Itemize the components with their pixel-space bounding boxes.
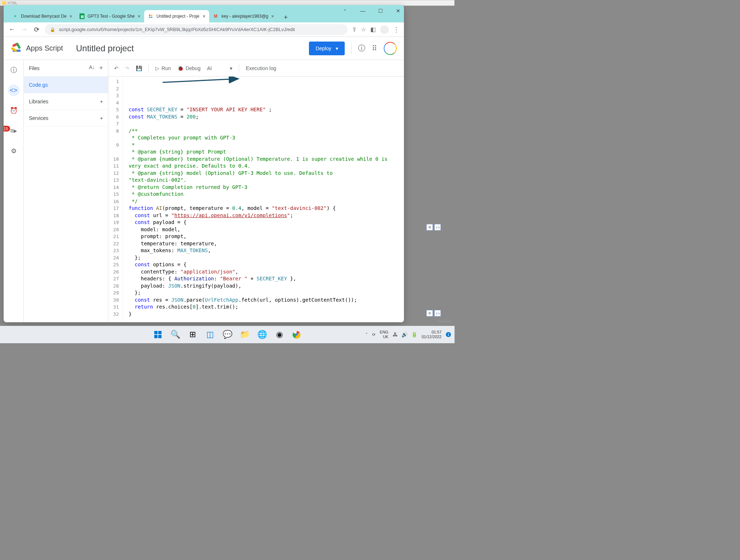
windows-taskbar: 🔍 ⊞ ◫ 💬 📁 🌐 ◉ ˄ ⟳ ENG UK 🖧 🔊 🔋 01:57 01/… <box>0 326 455 343</box>
tab-close-icon[interactable]: × <box>69 13 72 19</box>
tab-overflow-icon[interactable]: ˅ <box>344 9 346 14</box>
code-content[interactable]: const SECRET_KEY = "INSERT YOUR API KEY … <box>123 77 391 322</box>
onedrive-icon[interactable]: ⟳ <box>372 332 375 337</box>
network-icon[interactable]: 🖧 <box>393 332 398 337</box>
tab-title: Untitled project - Proje <box>156 14 200 19</box>
info-icon[interactable]: ⓘ <box>8 64 20 76</box>
bg-preview-label: Preview <box>438 319 452 323</box>
annotation-arrow <box>163 77 246 86</box>
widgets-icon[interactable]: ◫ <box>203 327 217 342</box>
profile-icon[interactable] <box>380 25 389 34</box>
url-text: script.google.com/u/0/home/projects/1m_E… <box>59 27 295 32</box>
side-panel-icon[interactable]: ◧ <box>370 26 376 33</box>
separator <box>149 64 149 73</box>
grid-view-icon[interactable]: ▭ <box>434 310 441 316</box>
chrome-window: ˅ ― ☐ ✕ ✦ Download Berrycast De × ▦ GPT3… <box>4 5 404 322</box>
tab-berrycast[interactable]: ✦ Download Berrycast De × <box>9 10 76 22</box>
url-input[interactable]: 🔒 script.google.com/u/0/home/projects/1m… <box>45 24 348 35</box>
separator <box>239 64 239 73</box>
undo-button[interactable]: ↶ <box>114 65 119 71</box>
add-library-icon[interactable]: + <box>100 99 103 104</box>
files-label: Files <box>29 65 40 71</box>
bookmark-icon[interactable]: ☆ <box>361 26 366 33</box>
project-title[interactable]: Untitled project <box>76 43 134 53</box>
tab-close-icon[interactable]: × <box>138 13 141 19</box>
execution-log-button[interactable]: Execution log <box>246 65 276 71</box>
add-file-icon[interactable]: + <box>99 64 103 72</box>
battery-icon[interactable]: 🔋 <box>411 332 417 337</box>
folder-icon <box>2 1 6 5</box>
start-button[interactable] <box>151 327 165 342</box>
svg-rect-10 <box>154 331 158 334</box>
search-icon[interactable]: 🔍 <box>168 327 182 342</box>
tab-title: Download Berrycast De <box>21 14 66 19</box>
tab-close-icon[interactable]: × <box>203 13 206 19</box>
close-button[interactable]: ✕ <box>396 8 400 14</box>
avatar[interactable] <box>384 42 397 55</box>
apps-script-logo[interactable]: Apps Script <box>11 43 63 54</box>
bg-view-buttons: ≡ ▭ <box>426 224 441 231</box>
deploy-button[interactable]: Deploy ▾ <box>309 42 345 55</box>
files-header: Files A↓ + <box>24 60 108 77</box>
svg-rect-12 <box>154 335 158 338</box>
redo-button[interactable]: ↷ <box>125 65 129 71</box>
explorer-icon[interactable]: 📁 <box>237 327 252 342</box>
back-button[interactable]: ← <box>8 26 16 33</box>
tab-close-icon[interactable]: × <box>271 13 274 19</box>
minimize-button[interactable]: ― <box>360 8 365 14</box>
chat-icon[interactable]: 💬 <box>220 327 235 342</box>
clock[interactable]: 01:57 01/12/2022 <box>422 330 442 339</box>
function-name: AI <box>207 65 212 71</box>
editor-icon[interactable]: <> <box>8 85 20 96</box>
sheets-icon: ▦ <box>79 13 85 19</box>
apps-script-header: Apps Script Untitled project Deploy ▾ ⓘ … <box>4 37 404 60</box>
system-tray: ˄ ⟳ ENG UK 🖧 🔊 🔋 01:57 01/12/2022 1 <box>366 330 451 339</box>
tab-gmail[interactable]: M key - alexplayer1983@g × <box>209 10 278 22</box>
berrycast-icon: ✦ <box>12 13 18 19</box>
chrome-taskbar-icon[interactable] <box>289 327 304 342</box>
function-select[interactable]: AI ▾ <box>207 65 232 71</box>
notification-badge: 315 <box>4 126 10 132</box>
selection-highlight <box>165 78 239 85</box>
save-button[interactable]: 💾 <box>136 65 142 71</box>
volume-icon[interactable]: 🔊 <box>401 332 408 337</box>
svg-rect-11 <box>158 331 162 334</box>
settings-icon[interactable]: ⚙ <box>8 145 20 157</box>
tab-sheets[interactable]: ▦ GPT3 Test - Google She × <box>76 10 144 22</box>
tab-title: key - alexplayer1983@g <box>221 14 268 19</box>
triggers-icon[interactable]: ⏰ <box>8 105 20 116</box>
chrome-titlebar: ˅ ― ☐ ✕ ✦ Download Berrycast De × ▦ GPT3… <box>4 5 404 22</box>
svg-point-3 <box>151 17 152 18</box>
language-indicator[interactable]: ENG UK <box>380 330 388 339</box>
svg-point-0 <box>149 14 150 16</box>
grid-view-icon[interactable]: ▭ <box>434 224 441 231</box>
edge-icon[interactable]: 🌐 <box>255 327 269 342</box>
list-view-icon[interactable]: ≡ <box>426 310 433 316</box>
task-view-icon[interactable]: ⊞ <box>185 327 200 342</box>
add-service-icon[interactable]: + <box>100 115 103 121</box>
list-view-icon[interactable]: ≡ <box>426 224 433 231</box>
appsscript-icon <box>148 13 154 19</box>
share-icon[interactable]: ⇪ <box>352 26 357 33</box>
tray-chevron-icon[interactable]: ˄ <box>366 332 368 337</box>
bg-view-buttons-2: ≡ ▭ <box>426 310 441 316</box>
svg-point-2 <box>149 17 150 18</box>
help-icon[interactable]: ⓘ <box>358 43 365 53</box>
sort-icon[interactable]: A↓ <box>89 64 95 72</box>
services-label: Services <box>29 115 48 121</box>
notification-count[interactable]: 1 <box>446 332 451 337</box>
forward-button[interactable]: → <box>20 26 28 33</box>
new-tab-button[interactable]: + <box>281 12 291 22</box>
tab-appsscript[interactable]: Untitled project - Proje × <box>144 10 209 22</box>
steam-icon[interactable]: ◉ <box>272 327 287 342</box>
code-editor[interactable]: 1234567891011121314151617181920212223242… <box>108 77 404 322</box>
maximize-button[interactable]: ☐ <box>378 8 383 14</box>
file-item[interactable]: Code.gs <box>24 77 108 93</box>
chrome-menu-icon[interactable]: ⋮ <box>393 26 400 34</box>
apps-grid-icon[interactable]: ⠿ <box>372 44 377 53</box>
run-button[interactable]: ▷ Run <box>155 65 171 71</box>
files-panel: Files A↓ + Code.gs Libraries + Services … <box>24 60 108 322</box>
tab-title: GPT3 Test - Google She <box>87 14 135 19</box>
debug-button[interactable]: 🐞 Debug <box>177 65 201 71</box>
reload-button[interactable]: ⟳ <box>33 26 40 34</box>
